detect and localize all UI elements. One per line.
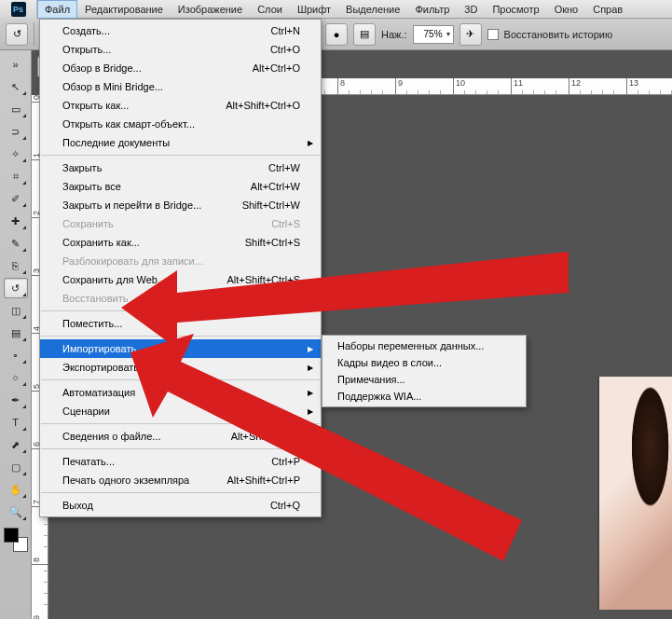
history-brush-tool[interactable]: ↺ — [4, 278, 28, 298]
menu-файл[interactable]: Файл — [37, 0, 77, 19]
zoom-tool[interactable]: 🔍 — [4, 502, 28, 522]
color-swatches[interactable] — [4, 528, 28, 552]
history-brush-tool-icon: ↺ — [11, 282, 20, 295]
menu-item[interactable]: Печать одного экземпляраAlt+Shift+Ctrl+P — [40, 471, 321, 489]
tool-preset-icon[interactable]: ↺ — [6, 23, 28, 46]
marquee-tool-icon: ▭ — [11, 103, 21, 116]
move-tool-icon: ↖ — [11, 81, 20, 93]
menu-item[interactable]: Закрыть всеAlt+Ctrl+W — [40, 177, 321, 196]
eyedropper-tool[interactable]: ✐ — [4, 188, 28, 209]
menu-item-label: Открыть... — [62, 44, 111, 55]
menu-фильтр[interactable]: Фильтр — [407, 0, 457, 19]
app-logo-corner[interactable]: Ps — [0, 0, 37, 19]
pen-tool[interactable]: ✒ — [4, 390, 28, 410]
import-submenu: Наборы переменных данных...Кадры видео в… — [322, 335, 527, 407]
menu-item[interactable]: Печатать...Ctrl+P — [40, 452, 321, 471]
menu-item[interactable]: Поместить... — [40, 314, 321, 333]
menu-item[interactable]: Закрыть и перейти в Bridge...Shift+Ctrl+… — [40, 196, 321, 214]
menu-item[interactable]: Открыть...Ctrl+O — [40, 40, 321, 59]
path-selection-tool[interactable]: ⬈ — [4, 434, 28, 455]
pen-tool-icon: ✒ — [11, 394, 20, 406]
eraser-tool[interactable]: ◫ — [4, 300, 28, 321]
pressure-dropdown[interactable]: 75% — [413, 25, 454, 44]
menu-item[interactable]: Сохранить как...Shift+Ctrl+S — [40, 233, 321, 252]
menu-item[interactable]: Сведения о файле...Alt+Shift+Ctrl+I — [40, 427, 321, 446]
ruler-tick: 9 — [395, 78, 403, 95]
menu-item-label: Создать... — [62, 25, 110, 36]
file-menu-dropdown: Создать...Ctrl+NОткрыть...Ctrl+OОбзор в … — [39, 19, 322, 517]
menu-item-shortcut: F12 — [282, 293, 300, 304]
menu-item-label: Открыть как смарт-объект... — [62, 118, 195, 130]
hand-tool[interactable]: ✋ — [4, 479, 28, 500]
menu-item[interactable]: ЗакрытьCtrl+W — [40, 158, 321, 177]
menu-item-label: Восстановить — [62, 293, 128, 304]
magic-wand-tool[interactable]: ✧ — [4, 144, 28, 164]
collapse-icon[interactable]: » — [4, 54, 28, 75]
menu-просмотр[interactable]: Просмотр — [485, 0, 546, 19]
menu-item-label: Экспортировать — [62, 362, 139, 373]
restore-history-checkbox[interactable] — [487, 29, 499, 40]
menu-separator — [41, 448, 320, 449]
pressure-label: Наж.: — [381, 29, 407, 40]
menu-item[interactable]: Импортировать — [40, 339, 321, 358]
magic-wand-tool-icon: ✧ — [11, 148, 20, 160]
rectangle-tool[interactable]: ▢ — [4, 457, 28, 477]
gradient-tool[interactable]: ▤ — [4, 323, 28, 343]
menu-item[interactable]: Создать...Ctrl+N — [40, 21, 321, 40]
move-tool[interactable]: ↖ — [4, 76, 28, 97]
menu-окно[interactable]: Окно — [547, 0, 586, 19]
brush-preset-icon[interactable]: ● — [325, 23, 348, 46]
eraser-tool-icon: ◫ — [11, 305, 21, 317]
menu-item[interactable]: Сценарии — [40, 402, 321, 420]
menu-item-shortcut: Shift+Ctrl+S — [245, 237, 300, 248]
menu-item[interactable]: Открыть как...Alt+Shift+Ctrl+O — [40, 96, 321, 115]
type-tool[interactable]: T — [4, 412, 28, 433]
marquee-tool[interactable]: ▭ — [4, 99, 28, 119]
menu-item-label: Импортировать — [62, 343, 136, 354]
menu-item[interactable]: Экспортировать — [40, 358, 321, 377]
ruler-tick: 8 — [337, 78, 345, 95]
healing-brush-tool[interactable]: ✚ — [4, 211, 28, 231]
airbrush-icon[interactable]: ✈ — [459, 23, 482, 46]
menu-item[interactable]: Последние документы — [40, 133, 321, 152]
blur-tool[interactable]: ∘ — [4, 345, 28, 365]
foreground-color-swatch[interactable] — [4, 528, 19, 543]
menu-item-label: Закрыть и перейти в Bridge... — [62, 199, 201, 211]
menu-item[interactable]: Открыть как смарт-объект... — [40, 115, 321, 133]
submenu-item[interactable]: Наборы переменных данных... — [322, 337, 526, 354]
menu-item[interactable]: Обзор в Mini Bridge... — [40, 77, 321, 96]
menu-item-label: Обзор в Mini Bridge... — [62, 81, 163, 92]
menu-изображение[interactable]: Изображение — [171, 0, 250, 19]
brush-tool[interactable]: ✎ — [4, 233, 28, 254]
restore-history-label: Восстановить историю — [504, 29, 613, 40]
menu-item[interactable]: Обзор в Bridge...Alt+Ctrl+O — [40, 59, 321, 77]
menu-bar: Ps ФайлРедактированиеИзображениеСлоиШриф… — [0, 0, 672, 19]
menu-item[interactable]: ВыходCtrl+Q — [40, 496, 321, 515]
brush-panel-icon[interactable]: ▤ — [353, 23, 376, 46]
submenu-item[interactable]: Поддержка WIA... — [322, 388, 526, 405]
photoshop-logo-icon: Ps — [11, 2, 26, 17]
submenu-item[interactable]: Примечания... — [322, 371, 526, 388]
menu-separator — [41, 336, 320, 337]
menu-3d[interactable]: 3D — [457, 0, 485, 19]
menu-item-label: Поместить... — [62, 318, 122, 329]
eyedropper-tool-icon: ✐ — [11, 193, 20, 205]
menu-слои[interactable]: Слои — [250, 0, 290, 19]
clone-stamp-tool[interactable]: ⎘ — [4, 255, 28, 276]
menu-выделение[interactable]: Выделение — [338, 0, 407, 19]
menu-item-label: Сценарии — [62, 406, 110, 417]
menu-item-label: Закрыть — [62, 162, 102, 173]
menu-item[interactable]: Сохранить для Web...Alt+Shift+Ctrl+S — [40, 270, 321, 289]
menu-item[interactable]: Автоматизация — [40, 383, 321, 402]
menu-item-shortcut: Alt+Shift+Ctrl+S — [226, 274, 300, 285]
lasso-tool[interactable]: ⊃ — [4, 121, 28, 142]
menu-редактирование[interactable]: Редактирование — [77, 0, 171, 19]
submenu-item[interactable]: Кадры видео в слои... — [322, 354, 526, 371]
crop-tool[interactable]: ⌗ — [4, 166, 28, 186]
dodge-tool[interactable]: ○ — [4, 367, 28, 388]
menu-item-label: Сохранить для Web... — [62, 274, 166, 285]
menu-item-label: Последние документы — [62, 137, 170, 148]
menu-справ[interactable]: Справ — [585, 0, 630, 19]
menu-шрифт[interactable]: Шрифт — [290, 0, 338, 19]
menu-item-shortcut: Alt+Shift+Ctrl+P — [226, 475, 300, 486]
